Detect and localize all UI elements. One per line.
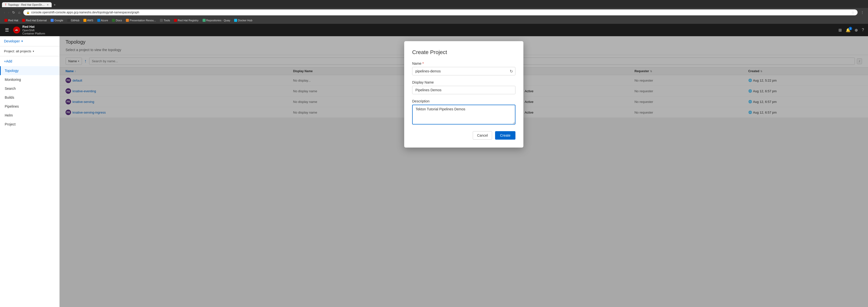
project-selector-chevron-icon: ▾ [33,50,34,53]
name-sync-icon[interactable]: ↻ [510,69,513,74]
perspective-label: Developer [4,39,20,43]
sidebar-item-topology-label: Topology [5,69,19,73]
bookmark-docs[interactable]: Docs [111,19,123,22]
top-header: ☰ Red Hat OpenShift Container Platform ⊞… [0,24,868,36]
sidebar-item-helm[interactable]: Helm [0,111,59,120]
bookmark-github[interactable]: GitHub [66,19,81,22]
menu-hamburger-icon[interactable]: ☰ [4,26,10,34]
bookmark-label: Tools [164,19,170,22]
bookmark-azure[interactable]: Azure [96,19,110,22]
bookmark-favicon [234,19,237,22]
browser-address-bar: ‹ › ↻ ⌂ 🔒 console.openshift-console.apps… [0,8,868,17]
bookmark-tools[interactable]: Tools [158,19,172,22]
sidebar-item-search-label: Search [5,87,16,91]
lock-icon: 🔒 [26,11,30,14]
create-project-modal: Create Project Name * ↻ Displ [404,41,523,147]
display-name-input[interactable] [412,86,516,94]
description-label: Description [412,99,516,103]
description-textarea[interactable]: <span class="tekton-underline">Tekton</s… [412,105,516,125]
forward-button[interactable]: › [7,10,10,15]
notification-bell-icon[interactable]: 🔔 1 [846,28,850,33]
bookmark-favicon [67,19,70,22]
project-selector-label: Project: all projects [4,49,31,53]
extensions-icon: ⋮ [860,10,865,14]
redhat-logo [13,26,20,34]
add-nav-item[interactable]: +Add [0,56,59,66]
url-bar[interactable]: 🔒 console.openshift-console.apps.gcp.kam… [23,9,858,15]
display-name-label: Display Name [412,80,516,84]
app-layout: Developer ▾ Project: all projects ▾ +Add… [0,36,868,307]
bookmark-label: GitHub [71,19,80,22]
name-label: Name * [412,62,516,65]
bookmark-favicon [112,19,115,22]
brand: Red Hat OpenShift Container Platform [13,25,45,35]
sidebar-item-search[interactable]: Search [0,84,59,93]
bookmark-label: Red Hat External [26,19,47,22]
sidebar-item-pipelines-label: Pipelines [5,104,19,108]
brand-name: Red Hat [22,25,45,29]
help-plus-icon[interactable]: ⊕ [855,28,858,33]
name-label-text: Name [412,62,421,65]
bookmark-favicon [22,19,25,22]
sidebar-item-builds-label: Builds [5,96,14,99]
perspective-selector[interactable]: Developer ▾ [0,36,59,46]
brand-subtitle: OpenShift [22,29,45,32]
bookmark-redhat-registry[interactable]: Red Hat Registry [173,19,200,22]
grid-icon[interactable]: ⊞ [838,28,842,33]
tab-title: Topology · Red Hat OpenShift C... [8,3,45,6]
bookmark-docker[interactable]: Docker Hub [232,19,254,22]
tab-close-icon[interactable]: ✕ [47,3,49,6]
sidebar-item-builds[interactable]: Builds [0,93,59,102]
bookmark-label: Presentation Resou... [130,19,156,22]
brand-text: Red Hat OpenShift Container Platform [22,25,45,35]
header-right: ⊞ 🔔 1 ⊕ ? [838,28,864,33]
bookmark-google[interactable]: Google [49,19,65,22]
bookmark-redhat-external[interactable]: Red Hat External [21,19,48,22]
perspective-chevron-icon: ▾ [21,39,23,43]
bookmark-favicon [126,19,129,22]
required-star: * [422,62,424,65]
add-label: +Add [4,59,12,63]
header-left: ☰ Red Hat OpenShift Container Platform [4,25,45,35]
bookmark-presentation[interactable]: Presentation Resou... [124,19,157,22]
bookmark-favicon [174,19,177,22]
sidebar-item-pipelines[interactable]: Pipelines [0,102,59,111]
bookmark-favicon [4,19,7,22]
bookmark-favicon [51,19,54,22]
form-group-description: Description <span class="tekton-underlin… [412,99,516,125]
bookmark-redhat[interactable]: Red Hat [3,19,20,22]
bookmark-aws[interactable]: AWS [82,19,95,22]
sidebar: Developer ▾ Project: all projects ▾ +Add… [0,36,60,307]
modal-actions: Cancel Create [412,131,516,140]
browser-nav-buttons: ‹ › ↻ ⌂ [3,10,21,15]
new-tab-button[interactable]: + [52,2,58,8]
bookmark-label: AWS [87,19,93,22]
sidebar-item-topology[interactable]: Topology [0,66,59,75]
home-button[interactable]: ⌂ [17,10,21,15]
name-input-wrapper: ↻ [412,67,516,75]
bookmarks-bar: Red Hat Red Hat External Google GitHub A… [0,17,868,24]
question-icon[interactable]: ? [862,28,864,32]
notification-badge: 1 [849,27,852,30]
bookmark-label: Docs [116,19,122,22]
back-button[interactable]: ‹ [3,10,6,15]
star-icon[interactable]: ☆ [851,10,855,14]
bookmark-quay[interactable]: Repositories · Quay [201,19,232,22]
browser-tab-bar: T Topology · Red Hat OpenShift C... ✕ + [0,0,868,8]
form-group-display-name: Display Name [412,80,516,94]
bookmark-label: Red Hat [8,19,18,22]
bookmark-label: Google [54,19,63,22]
sidebar-item-monitoring[interactable]: Monitoring [0,75,59,84]
active-tab[interactable]: T Topology · Red Hat OpenShift C... ✕ [2,2,52,7]
display-name-label-text: Display Name [412,80,434,84]
description-label-text: Description [412,99,430,103]
sidebar-item-project[interactable]: Project [0,120,59,129]
project-name-input[interactable] [412,67,516,75]
cancel-button[interactable]: Cancel [473,131,492,140]
url-text: console.openshift-console.apps.gcp.kames… [31,11,139,14]
project-selector[interactable]: Project: all projects ▾ [0,46,59,56]
reload-button[interactable]: ↻ [11,10,16,15]
bookmark-label: Azure [101,19,108,22]
create-button[interactable]: Create [495,131,516,140]
sidebar-item-monitoring-label: Monitoring [5,78,21,81]
